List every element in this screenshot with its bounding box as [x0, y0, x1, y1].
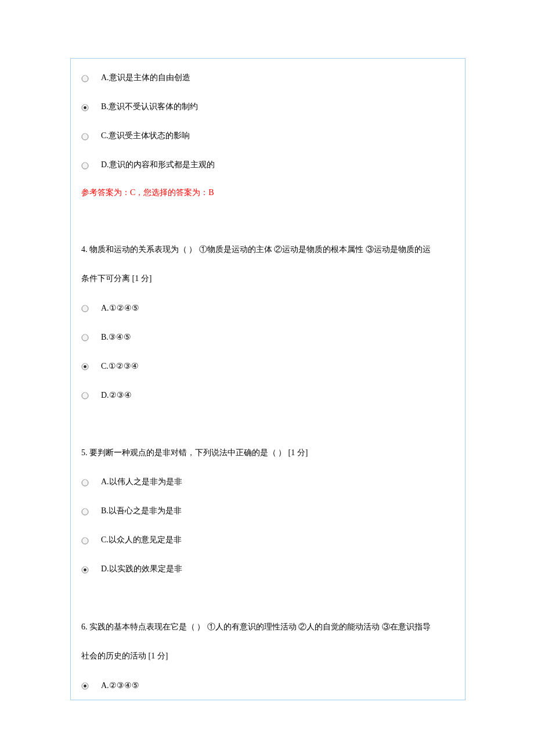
- q4-stem-line1: 4. 物质和运动的关系表现为（ ） ①物质是运动的主体 ②运动是物质的根本属性 …: [81, 235, 454, 264]
- q3-option-a[interactable]: A.意识是主体的自由创造: [81, 63, 454, 92]
- option-label: D.以实践的效果定是非: [101, 564, 182, 574]
- question-text: 社会的历史的活动 [1 分]: [81, 651, 168, 661]
- q5-option-b[interactable]: B.以吾心之是非为是非: [81, 496, 454, 525]
- question-number: 4.: [81, 245, 89, 254]
- q4-option-c[interactable]: C.①②③④: [81, 351, 454, 380]
- option-label: B.以吾心之是非为是非: [101, 506, 182, 516]
- radio-selected-icon[interactable]: [81, 362, 101, 370]
- q4-option-b[interactable]: B.③④⑤: [81, 322, 454, 351]
- q4-stem-line2: 条件下可分离 [1 分]: [81, 264, 454, 293]
- radio-selected-icon[interactable]: [81, 681, 101, 690]
- option-label: A.①②④⑤: [101, 303, 139, 313]
- option-label: D.意识的内容和形式都是主观的: [101, 160, 215, 170]
- content-area: A.意识是主体的自由创造 B.意识不受认识客体的制约 C.意识受主体状态的影响 …: [71, 59, 465, 700]
- option-label: C.①②③④: [101, 361, 139, 371]
- option-label: C.意识受主体状态的影响: [101, 131, 190, 141]
- q5-option-a[interactable]: A.以伟人之是非为是非: [81, 467, 454, 496]
- radio-unselected-icon[interactable]: [81, 507, 101, 516]
- spacer: [81, 584, 454, 613]
- radio-unselected-icon[interactable]: [81, 304, 101, 312]
- exam-container: A.意识是主体的自由创造 B.意识不受认识客体的制约 C.意识受主体状态的影响 …: [70, 58, 466, 700]
- q4-option-d[interactable]: D.②③④: [81, 380, 454, 409]
- option-label: A.②③④⑤: [101, 681, 139, 690]
- spacer: [81, 206, 454, 235]
- q3-option-d[interactable]: D.意识的内容和形式都是主观的: [81, 150, 454, 179]
- radio-unselected-icon[interactable]: [81, 536, 101, 545]
- radio-unselected-icon[interactable]: [81, 478, 101, 487]
- option-label: B.③④⑤: [101, 332, 131, 342]
- q6-stem-line2: 社会的历史的活动 [1 分]: [81, 642, 454, 671]
- q6-option-a[interactable]: A.②③④⑤: [81, 671, 454, 700]
- question-number: 5.: [81, 448, 89, 458]
- question-text: 物质和运动的关系表现为（ ） ①物质是运动的主体 ②运动是物质的根本属性 ③运动…: [89, 244, 431, 255]
- option-label: C.以众人的意见定是非: [101, 535, 182, 545]
- option-label: A.意识是主体的自由创造: [101, 73, 190, 83]
- radio-selected-icon[interactable]: [81, 565, 101, 574]
- radio-unselected-icon[interactable]: [81, 391, 101, 399]
- q5-option-c[interactable]: C.以众人的意见定是非: [81, 525, 454, 555]
- answer-feedback-text: 参考答案为：C，您选择的答案为：B: [81, 188, 214, 198]
- q3-option-b[interactable]: B.意识不受认识客体的制约: [81, 92, 454, 121]
- radio-unselected-icon[interactable]: [81, 161, 101, 170]
- q4-option-a[interactable]: A.①②④⑤: [81, 293, 454, 322]
- option-label: B.意识不受认识客体的制约: [101, 102, 198, 112]
- question-text: 要判断一种观点的是非对错，下列说法中正确的是（ ） [1 分]: [89, 448, 308, 458]
- option-label: D.②③④: [101, 390, 132, 400]
- radio-unselected-icon[interactable]: [81, 74, 101, 82]
- radio-unselected-icon[interactable]: [81, 132, 101, 141]
- question-text: 实践的基本特点表现在它是（ ） ①人的有意识的理性活动 ②人的自觉的能动活动 ③…: [89, 622, 431, 632]
- radio-unselected-icon[interactable]: [81, 333, 101, 341]
- question-number: 6.: [81, 622, 89, 632]
- radio-selected-icon[interactable]: [81, 103, 101, 111]
- q6-stem-line1: 6. 实践的基本特点表现在它是（ ） ①人的有意识的理性活动 ②人的自觉的能动活…: [81, 613, 454, 642]
- q5-stem: 5. 要判断一种观点的是非对错，下列说法中正确的是（ ） [1 分]: [81, 438, 454, 467]
- q3-option-c[interactable]: C.意识受主体状态的影响: [81, 121, 454, 150]
- option-label: A.以伟人之是非为是非: [101, 477, 182, 487]
- q3-answer-feedback: 参考答案为：C，您选择的答案为：B: [81, 179, 454, 206]
- spacer: [81, 409, 454, 438]
- q5-option-d[interactable]: D.以实践的效果定是非: [81, 555, 454, 584]
- question-text: 条件下可分离 [1 分]: [81, 273, 151, 284]
